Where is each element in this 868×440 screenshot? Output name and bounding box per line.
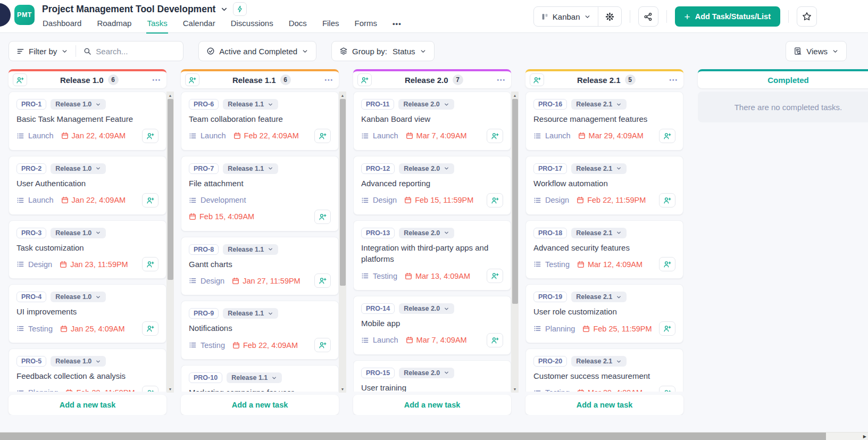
view-mode-dropdown[interactable]: Kanban (534, 12, 598, 21)
scrollbar-thumb[interactable] (340, 99, 346, 286)
release-dropdown[interactable]: Release 1.1 (223, 244, 278, 255)
tab-calendar[interactable]: Calendar (182, 15, 216, 34)
task-card[interactable]: PRO-18Release 2.1Advanced security featu… (525, 220, 683, 279)
view-settings-button[interactable] (598, 7, 621, 26)
task-due-date[interactable]: Jan 27, 11:59PM (232, 277, 301, 285)
task-due-date[interactable]: Feb 22, 11:59PM (577, 196, 646, 204)
task-status[interactable]: Design (189, 277, 224, 285)
task-due-date[interactable]: Mar 13, 4:09AM (405, 272, 470, 280)
release-dropdown[interactable]: Release 2.1 (571, 99, 627, 110)
task-card[interactable]: PRO-5Release 1.0Feedback collection & an… (9, 348, 166, 392)
assign-person-button[interactable] (142, 129, 158, 143)
horizontal-scrollbar[interactable]: ▶ (0, 432, 868, 440)
release-dropdown[interactable]: Release 2.1 (571, 163, 627, 174)
task-card[interactable]: PRO-3Release 1.0Task customizationDesign… (9, 220, 166, 279)
project-logo[interactable]: PMT (14, 5, 35, 25)
scrollbar-thumb[interactable] (0, 433, 826, 440)
workspace-avatar[interactable] (0, 3, 11, 27)
assign-person-button[interactable] (659, 321, 675, 336)
task-status[interactable]: Testing (361, 272, 397, 280)
release-dropdown[interactable]: Release 2.1 (571, 356, 627, 367)
assign-person-button[interactable] (314, 129, 331, 143)
task-due-date[interactable]: Mar 7, 4:09AM (406, 131, 467, 140)
task-status[interactable]: Planning (533, 325, 575, 333)
task-card[interactable]: PRO-17Release 2.1Workflow automationDesi… (525, 156, 683, 215)
task-due-date[interactable]: Mar 12, 4:09AM (577, 260, 642, 269)
task-status[interactable]: Launch (361, 336, 398, 344)
task-card[interactable]: PRO-12Release 2.0Advanced reportingDesig… (353, 156, 511, 215)
assign-people-button[interactable] (185, 73, 199, 86)
task-card[interactable]: PRO-20Release 2.1Customer success measur… (525, 348, 683, 392)
task-status[interactable]: Testing (533, 260, 570, 269)
assign-people-button[interactable] (13, 73, 27, 86)
add-new-task-button[interactable]: Add a new task (525, 395, 683, 415)
tab-discussions[interactable]: Discussions (230, 15, 274, 34)
task-status[interactable]: Launch (361, 131, 398, 140)
assign-person-button[interactable] (487, 333, 503, 347)
release-dropdown[interactable]: Release 2.0 (399, 163, 454, 174)
release-dropdown[interactable]: Release 2.0 (399, 228, 454, 238)
assign-person-button[interactable] (314, 210, 331, 224)
column-menu-button[interactable]: ••• (151, 76, 162, 84)
release-dropdown[interactable]: Release 1.0 (51, 163, 106, 174)
release-dropdown[interactable]: Release 1.1 (223, 163, 278, 174)
release-dropdown[interactable]: Release 2.0 (398, 99, 454, 110)
tab-tasks[interactable]: Tasks (146, 15, 168, 34)
task-due-date[interactable]: Jan 23, 11:59PM (60, 260, 128, 269)
group-by-dropdown[interactable]: Group by: Status (332, 47, 433, 56)
release-dropdown[interactable]: Release 1.0 (51, 292, 106, 302)
task-card[interactable]: PRO-2Release 1.0User AuthenticationLaunc… (9, 156, 166, 215)
release-dropdown[interactable]: Release 1.0 (51, 99, 106, 110)
scroll-up-arrow-icon[interactable]: ▲ (511, 92, 519, 98)
task-card[interactable]: PRO-6Release 1.1Team collaboration featu… (181, 92, 339, 151)
task-card[interactable]: PRO-4Release 1.0UI improvementsTestingJa… (9, 284, 166, 343)
scroll-right-arrow-icon[interactable]: ▶ (863, 433, 866, 440)
tab-files[interactable]: Files (322, 15, 340, 34)
task-status[interactable]: Development (189, 196, 246, 204)
task-due-date[interactable]: Feb 15, 4:09AM (189, 212, 254, 221)
column-scrollbar[interactable]: ▲▼ (511, 92, 519, 393)
assign-person-button[interactable] (487, 129, 503, 143)
task-status[interactable]: Testing (533, 388, 570, 392)
release-dropdown[interactable]: Release 1.1 (223, 99, 278, 110)
task-due-date[interactable]: Mar 29, 4:09AM (578, 131, 644, 140)
tab-roadmap[interactable]: Roadmap (96, 15, 132, 34)
filter-by-dropdown[interactable]: Filter by (9, 47, 76, 56)
release-dropdown[interactable]: Release 2.0 (399, 303, 454, 314)
column-scrollbar[interactable]: ▲▼ (339, 92, 346, 393)
add-new-task-button[interactable]: Add a new task (9, 395, 166, 415)
task-due-date[interactable]: Jan 25, 4:09AM (60, 325, 125, 333)
task-due-date[interactable]: Feb 22, 4:09AM (233, 131, 299, 140)
assign-person-button[interactable] (314, 273, 331, 288)
active-completed-dropdown[interactable]: Active and Completed (199, 47, 316, 56)
favorite-button[interactable] (797, 6, 817, 27)
scrollbar-thumb[interactable] (512, 99, 518, 304)
task-due-date[interactable]: Feb 15, 11:59PM (404, 196, 473, 204)
scroll-up-arrow-icon[interactable]: ▲ (166, 92, 174, 98)
task-status[interactable]: Planning (16, 388, 58, 392)
task-card[interactable]: PRO-9Release 1.1NotificationsTestingFeb … (181, 301, 339, 360)
task-due-date[interactable]: Jan 22, 4:09AM (61, 131, 126, 140)
task-due-date[interactable]: Mar 7, 4:09AM (406, 336, 467, 344)
scrollbar-thumb[interactable] (168, 99, 173, 280)
release-dropdown[interactable]: Release 1.1 (227, 372, 282, 383)
assign-person-button[interactable] (659, 129, 675, 143)
assign-person-button[interactable] (142, 386, 158, 392)
task-status[interactable]: Design (533, 196, 569, 204)
scroll-up-arrow-icon[interactable]: ▲ (339, 92, 346, 98)
tab-forms[interactable]: Forms (354, 15, 378, 34)
task-card[interactable]: PRO-14Release 2.0Mobile appLaunchMar 7, … (353, 296, 511, 355)
task-status[interactable]: Launch (189, 131, 226, 140)
task-due-date[interactable]: Feb 25, 11:59PM (582, 325, 652, 333)
column-menu-button[interactable]: ••• (323, 76, 335, 84)
search-input[interactable] (96, 47, 176, 56)
assign-person-button[interactable] (487, 193, 503, 207)
task-status[interactable]: Testing (189, 341, 225, 350)
task-card[interactable]: PRO-1Release 1.0Basic Task Management Fe… (9, 92, 166, 151)
task-card[interactable]: PRO-19Release 2.1User role customization… (525, 284, 683, 343)
automation-spark-button[interactable] (233, 2, 247, 16)
task-due-date[interactable]: Jan 22, 4:09AM (61, 196, 126, 204)
release-dropdown[interactable]: Release 1.0 (51, 228, 106, 238)
add-new-task-button[interactable]: Add a new task (353, 395, 511, 415)
release-dropdown[interactable]: Release 1.1 (223, 308, 278, 319)
